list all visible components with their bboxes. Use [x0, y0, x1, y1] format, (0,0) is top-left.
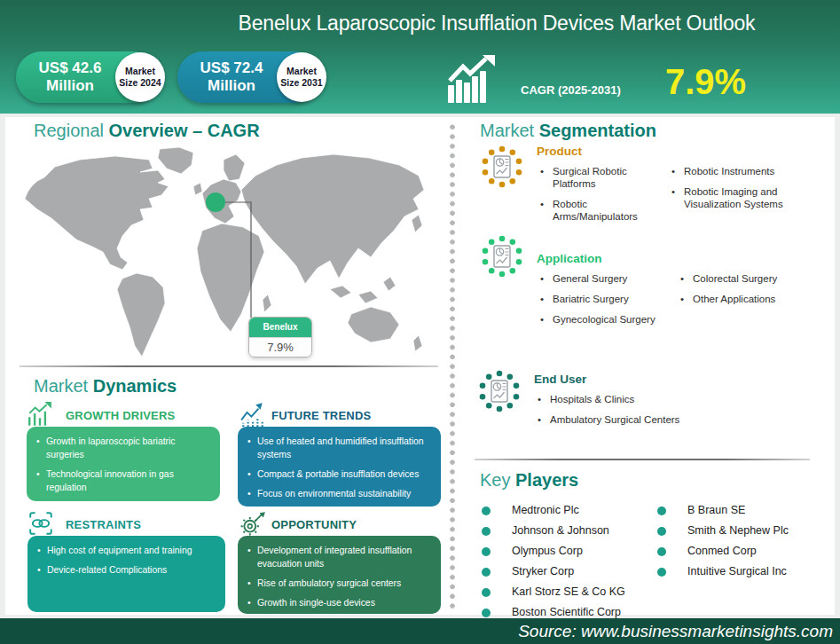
restraints-item: High cost of equipment and training	[33, 544, 218, 557]
key-player-row: Conmed Corp	[657, 546, 789, 557]
product-item: Robotic Instruments	[668, 165, 817, 177]
product-title: Product	[537, 145, 817, 158]
segmentation-heading-light: Market	[480, 121, 534, 140]
key-player-row: Boston Scientific Corp	[482, 607, 625, 618]
restraints-box: High cost of equipment and training Devi…	[27, 536, 225, 612]
market-segmentation-heading: Market Segmentation	[480, 121, 656, 141]
end-user-item: Ambulatory Surgical Centers	[534, 413, 679, 426]
key-player-row: Stryker Corp	[482, 566, 625, 577]
segment-application: Application General Surgery Bariatric Su…	[480, 234, 810, 334]
right-section-divider	[475, 459, 810, 460]
restraints-item: Device-related Complications	[33, 563, 218, 577]
bullet-dot-icon	[482, 527, 491, 536]
bullet-dot-icon	[482, 547, 491, 556]
dynamics-heading-bold: Dynamics	[93, 376, 177, 396]
tooltip-cagr-value: 7.9%	[249, 337, 311, 357]
segment-end-user: End User Hospitals & Clinics Ambulatory …	[477, 369, 679, 434]
opportunity-item: Rise of ambulatory surgical centers	[243, 577, 434, 590]
key-player-name: Boston Scientific Corp	[512, 606, 621, 618]
end-user-title: End User	[534, 373, 679, 386]
key-player-name: Johnson & Johnson	[512, 524, 609, 537]
left-section-divider	[20, 365, 438, 367]
application-item: Bariatric Surgery	[537, 293, 659, 305]
market-size-2024-circle: Market Size 2024	[115, 52, 165, 102]
key-player-name: Stryker Corp	[512, 565, 574, 577]
dynamics-heading-light: Market	[34, 376, 88, 396]
key-player-row: Medtronic Plc	[482, 505, 625, 516]
bullet-dot-icon	[482, 609, 491, 617]
key-player-name: B Braun SE	[687, 504, 745, 516]
regional-overview-heading: Regional Overview – CAGR	[34, 121, 260, 141]
page-title: Benelux Laparoscopic Insufflation Device…	[222, 12, 772, 35]
vertical-dotted-divider	[450, 124, 455, 612]
market-size-2031-circle: Market Size 2031	[277, 52, 326, 102]
application-item: Other Applications	[677, 293, 810, 305]
benelux-map-marker	[206, 192, 225, 212]
key-player-row: Smith & Nephew Plc	[657, 525, 789, 537]
growth-drivers-icon	[27, 401, 53, 428]
key-players-heading-light: Key	[480, 470, 510, 490]
market-size-2024-value: US$ 42.6 Million	[18, 51, 122, 103]
key-players-heading: Key Players	[480, 470, 578, 491]
key-players-heading-bold: Players	[515, 470, 578, 490]
key-player-row: Karl Storz SE & Co KG	[482, 586, 625, 598]
key-player-row: Johnson & Johnson	[482, 525, 625, 537]
key-player-name: Karl Storz SE & Co KG	[512, 585, 625, 598]
cagr-label: CAGR (2025-2031)	[521, 83, 621, 97]
key-player-row: Olympus Corp	[482, 546, 625, 557]
infographic-page: Benelux Laparoscopic Insufflation Device…	[0, 0, 840, 644]
future-trends-item: Use of heated and humidified insufflatio…	[243, 435, 434, 461]
benelux-tooltip: Benelux 7.9%	[248, 317, 312, 357]
header-banner: Benelux Laparoscopic Insufflation Device…	[0, 0, 840, 114]
opportunity-icon	[239, 510, 266, 537]
bullet-dot-icon	[482, 568, 491, 577]
segmentation-heading-bold: Segmentation	[539, 121, 656, 140]
future-trends-icon	[239, 401, 266, 428]
bullet-dot-icon	[657, 547, 666, 556]
bullet-dot-icon	[657, 527, 666, 536]
application-item: Colorectal Surgery	[677, 272, 810, 285]
application-document-icon	[480, 234, 524, 334]
key-player-name: Medtronic Plc	[512, 504, 579, 516]
application-title: Application	[537, 252, 810, 265]
future-trends-item: Compact & portable insufflation devices	[243, 467, 434, 481]
market-dynamics-heading: Market Dynamics	[34, 376, 177, 397]
restraints-label: RESTRAINTS	[66, 518, 141, 531]
growth-chart-icon	[446, 55, 503, 108]
bullet-dot-icon	[482, 588, 491, 597]
product-document-icon	[480, 145, 524, 231]
growth-drivers-label: GROWTH DRIVERS	[66, 409, 175, 422]
market-size-2024-badge: US$ 42.6 Million Market Size 2024	[16, 51, 169, 103]
bullet-dot-icon	[657, 507, 666, 515]
opportunity-item: Development of integrated insufflation e…	[243, 544, 434, 570]
bullet-dot-icon	[657, 568, 666, 577]
growth-drivers-item: Technological innovation in gas regulati…	[32, 467, 213, 494]
key-player-name: Intuitive Surgical Inc	[687, 565, 787, 577]
key-player-name: Olympus Corp	[512, 545, 583, 557]
segment-product: Product Surgical Robotic Platforms Robot…	[480, 145, 817, 231]
growth-drivers-item: Growth in laparoscopic bariatric surgeri…	[32, 435, 213, 461]
product-item: Robotic Arms/Manipulators	[537, 198, 650, 223]
market-size-2031-badge: US$ 72.4 Million Market Size 2031	[177, 51, 330, 103]
opportunity-item: Growth in single-use devices	[243, 596, 434, 609]
future-trends-label: FUTURE TRENDS	[271, 409, 371, 422]
source-text: Source: www.businessmarketinsights.com	[518, 622, 833, 640]
cagr-value: 7.9%	[665, 62, 746, 102]
product-item: Surgical Robotic Platforms	[537, 165, 650, 190]
key-player-row: Intuitive Surgical Inc	[657, 566, 789, 577]
restraints-icon	[27, 510, 54, 537]
application-item: General Surgery	[537, 272, 659, 285]
regional-heading-light: Regional	[34, 121, 104, 140]
regional-heading-bold: Overview – CAGR	[109, 121, 260, 140]
opportunity-box: Development of integrated insufflation e…	[238, 536, 441, 614]
tooltip-region-label: Benelux	[249, 318, 311, 337]
future-trends-box: Use of heated and humidified insufflatio…	[238, 427, 441, 507]
end-user-item: Hospitals & Clinics	[534, 393, 679, 405]
key-player-name: Conmed Corp	[687, 545, 757, 557]
future-trends-item: Focus on environmental sustainability	[243, 487, 434, 500]
opportunity-label: OPPORTUNITY	[271, 518, 357, 531]
footer-bar: Source: www.businessmarketinsights.com	[0, 618, 840, 644]
growth-drivers-box: Growth in laparoscopic bariatric surgeri…	[27, 427, 220, 501]
application-item: Gynecological Surgery	[537, 313, 659, 326]
key-player-row: B Braun SE	[657, 505, 789, 516]
